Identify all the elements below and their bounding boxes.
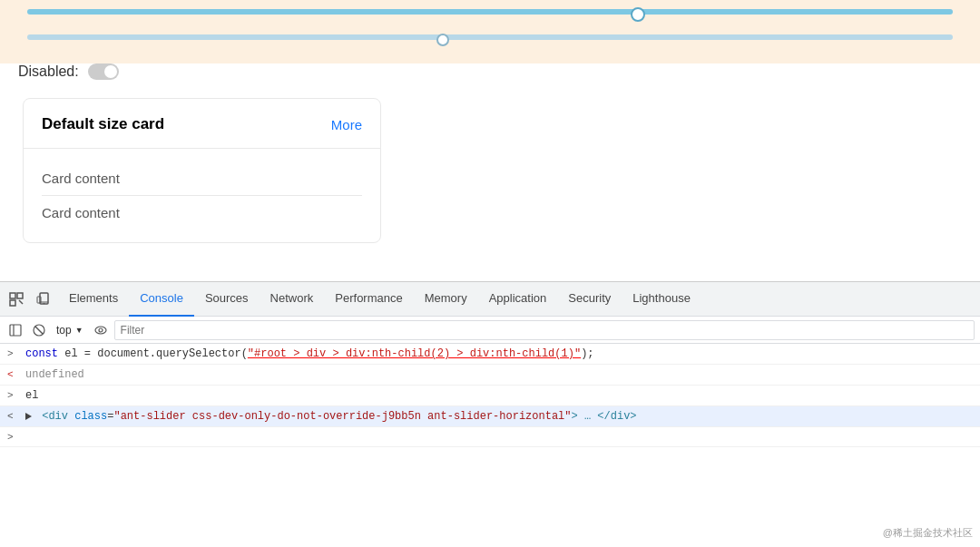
tab-performance[interactable]: Performance [324,282,413,317]
sidebar-toggle-btn[interactable] [5,320,25,340]
tab-sources[interactable]: Sources [194,282,260,317]
console-line-expand-div[interactable]: < <div class="ant-slider css-dev-only-do… [0,406,980,427]
console-text-el: el [25,389,973,402]
toggle-thumb [104,65,117,78]
devtools-panel: Elements Console Sources Network Perform… [0,281,980,547]
card-body: Card content Card content [24,149,380,242]
tab-security[interactable]: Security [557,282,622,317]
console-arrow-5: > [7,432,22,443]
svg-point-11 [95,327,106,334]
tab-console[interactable]: Console [129,282,194,317]
watermark: @稀土掘金技术社区 [883,526,973,540]
slider-thumb-2[interactable] [436,34,449,46]
slider-track-1 [27,9,953,15]
context-selector[interactable]: top ▼ [53,322,87,338]
page-area: Disabled: Default size card More Card co… [0,0,980,281]
console-line-input-1: > const el = document.querySelector("#ro… [0,344,980,365]
console-text-undefined: undefined [25,368,973,381]
tab-memory[interactable]: Memory [414,282,478,317]
console-content: > const el = document.querySelector("#ro… [0,344,980,547]
svg-rect-2 [10,300,15,306]
svg-rect-7 [10,325,21,336]
console-arrow-1: > [7,348,22,359]
slider-thumb-1[interactable] [631,7,645,22]
eye-filter-btn[interactable] [91,320,111,340]
console-toolbar: top ▼ [0,317,980,344]
console-filter-input[interactable] [114,320,975,340]
svg-rect-0 [10,293,15,298]
console-text-div: <div class="ant-slider css-dev-only-do-n… [25,410,973,423]
svg-rect-1 [17,293,23,298]
card-content-line-1: Card content [42,161,362,195]
card-more-link[interactable]: More [331,117,362,132]
devtools-tabs-bar: Elements Console Sources Network Perform… [0,282,980,317]
console-text-1: const el = document.querySelector("#root… [25,347,973,360]
disabled-row: Disabled: [18,63,119,80]
console-line-empty: > [0,427,980,447]
console-line-input-el: > el [0,386,980,406]
slider-track-2 [27,34,953,40]
card-header: Default size card More [24,99,380,149]
disabled-label: Disabled: [18,63,79,80]
console-arrow-4: < [7,411,22,422]
card: Default size card More Card content Card… [23,98,381,243]
card-title: Default size card [42,115,164,133]
svg-point-12 [99,328,103,332]
svg-point-5 [44,302,44,303]
dropdown-arrow: ▼ [75,326,83,335]
svg-line-10 [35,327,43,334]
device-toggle-btn[interactable] [31,287,56,312]
clear-console-btn[interactable] [29,320,49,340]
card-content-line-2: Card content [42,196,362,230]
tab-network[interactable]: Network [260,282,325,317]
disabled-toggle[interactable] [88,63,119,80]
console-line-output-undefined: < undefined [0,365,980,386]
tab-elements[interactable]: Elements [58,282,129,317]
context-label: top [56,324,72,337]
console-arrow-3: > [7,390,22,401]
tab-application[interactable]: Application [478,282,558,317]
slider-container [0,0,980,63]
tab-lighthouse[interactable]: Lighthouse [622,282,701,317]
console-arrow-2: < [7,369,22,380]
inspect-icon-btn[interactable] [4,287,29,312]
